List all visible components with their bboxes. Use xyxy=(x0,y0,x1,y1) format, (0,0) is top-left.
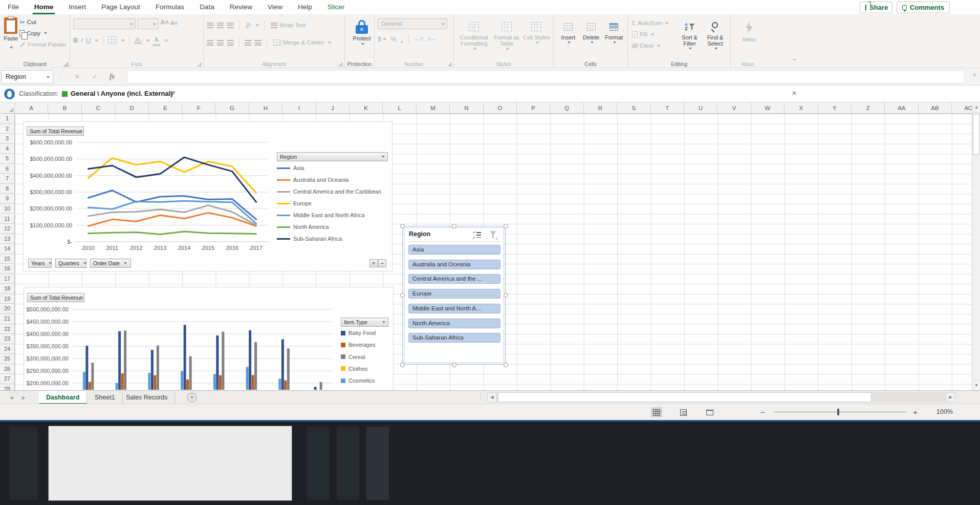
slicer-item-middle-east-and-north-a-[interactable]: Middle East and North A... xyxy=(408,304,500,313)
italic-button[interactable]: I xyxy=(81,36,83,44)
region-slicer[interactable]: Region ✓✓ ✕ AsiaAustralia and OceaniaCen… xyxy=(404,227,504,363)
borders-button[interactable] xyxy=(108,36,117,44)
slicer-resize-handle[interactable] xyxy=(400,363,405,367)
column-header-I[interactable]: I xyxy=(282,102,316,114)
column-header-U[interactable]: U xyxy=(684,102,717,114)
column-header-N[interactable]: N xyxy=(450,102,483,114)
column-header-D[interactable]: D xyxy=(115,102,148,114)
delete-cells-button[interactable]: Delete xyxy=(580,16,603,44)
column-header-K[interactable]: K xyxy=(350,102,383,114)
font-size-combo[interactable] xyxy=(137,18,159,29)
row-header-23[interactable]: 23 xyxy=(0,334,15,344)
vertical-scrollbar[interactable]: ▲ ▼ xyxy=(972,102,980,390)
row-header-12[interactable]: 12 xyxy=(0,224,15,234)
sort-filter-button[interactable]: AZ Sort & Filter xyxy=(677,16,702,51)
row-header-6[interactable]: 6 xyxy=(0,164,15,174)
row-header-14[interactable]: 14 xyxy=(0,244,15,254)
row-header-3[interactable]: 3 xyxy=(0,134,15,144)
orientation-button[interactable]: ab xyxy=(244,20,252,29)
find-select-button[interactable]: Find & Select xyxy=(702,16,728,51)
conditional-formatting-button[interactable]: Conditional Formatting xyxy=(457,16,491,50)
column-header-R[interactable]: R xyxy=(584,102,617,114)
protect-button[interactable]: < Protect xyxy=(348,16,376,45)
page-break-view-button[interactable] xyxy=(704,407,715,417)
column-header-V[interactable]: V xyxy=(717,102,751,114)
column-header-L[interactable]: L xyxy=(383,102,416,114)
row-header-18[interactable]: 18 xyxy=(0,284,15,294)
align-center-icon[interactable] xyxy=(217,40,224,46)
sheet-nav-right-icon[interactable]: ▶ xyxy=(19,394,28,401)
column-header-T[interactable]: T xyxy=(651,102,684,114)
start-button[interactable] xyxy=(9,427,38,500)
row-header-2[interactable]: 2 xyxy=(0,124,15,134)
ribbon-tab-file[interactable]: File xyxy=(0,0,27,14)
ribbon-tab-home[interactable]: Home xyxy=(27,0,61,14)
wrap-text-button[interactable]: Wrap Text xyxy=(270,19,307,31)
hscroll-left-button[interactable]: ◀ xyxy=(487,392,497,402)
slicer-resize-handle[interactable] xyxy=(504,363,508,367)
zoom-in-button[interactable]: + xyxy=(913,408,918,416)
ribbon-tab-page-layout[interactable]: Page Layout xyxy=(94,0,148,14)
align-right-icon[interactable] xyxy=(227,40,234,46)
row-header-8[interactable]: 8 xyxy=(0,184,15,194)
align-top-icon[interactable] xyxy=(207,23,213,28)
row-header-10[interactable]: 10 xyxy=(0,204,15,214)
ribbon-tab-formulas[interactable]: Formulas xyxy=(148,0,192,14)
row-header-24[interactable]: 24 xyxy=(0,344,15,354)
taskbar-app-icon[interactable] xyxy=(337,427,359,500)
slicer-resize-handle[interactable] xyxy=(400,293,405,298)
row-header-19[interactable]: 19 xyxy=(0,294,15,304)
column-header-X[interactable]: X xyxy=(785,102,818,114)
column-header-A[interactable]: A xyxy=(15,102,48,114)
horizontal-scrollbar[interactable] xyxy=(497,392,946,402)
slicer-item-europe[interactable]: Europe xyxy=(408,289,500,299)
fill-button[interactable]: ↓Fill xyxy=(631,29,677,40)
column-header-O[interactable]: O xyxy=(484,102,517,114)
scroll-down-button[interactable]: ▼ xyxy=(972,380,980,390)
vertical-scroll-thumb[interactable] xyxy=(973,114,979,155)
ribbon-tab-slicer[interactable]: Slicer xyxy=(320,0,353,14)
decrease-indent-icon[interactable] xyxy=(245,40,251,46)
normal-view-button[interactable] xyxy=(651,407,662,417)
currency-button[interactable]: $ xyxy=(378,35,381,43)
slicer-item-asia[interactable]: Asia xyxy=(408,245,500,255)
slicer-item-sub-saharan-africa[interactable]: Sub-Saharan Africa xyxy=(408,333,500,343)
row-header-26[interactable]: 26 xyxy=(0,364,15,374)
row-header-20[interactable]: 20 xyxy=(0,304,15,314)
column-header-J[interactable]: J xyxy=(316,102,350,114)
pivot-bar-chart[interactable]: Sum of Total Revenue Item Type Baby Food… xyxy=(24,287,394,390)
slicer-item-australia-and-oceania[interactable]: Australia and Oceania xyxy=(408,260,500,269)
copy-button[interactable]: Copy xyxy=(18,28,68,39)
align-bottom-icon[interactable] xyxy=(227,23,234,28)
cancel-formula-button[interactable]: ✕ xyxy=(71,70,84,83)
slicer-resize-handle[interactable] xyxy=(400,224,405,228)
column-header-C[interactable]: C xyxy=(82,102,115,114)
insert-cells-button[interactable]: Insert xyxy=(557,16,580,44)
column-header-F[interactable]: F xyxy=(182,102,215,114)
slicer-item-central-america-and-the-[interactable]: Central America and the ... xyxy=(408,274,500,284)
column-header-M[interactable]: M xyxy=(417,102,450,114)
format-cells-button[interactable]: Format xyxy=(602,16,625,44)
formula-input[interactable] xyxy=(127,70,965,83)
column-header-AB[interactable]: AB xyxy=(919,102,952,114)
ribbon-tab-view[interactable]: View xyxy=(260,0,290,14)
ribbon-tab-data[interactable]: Data xyxy=(192,0,222,14)
taskbar-search-box[interactable] xyxy=(48,426,292,501)
name-box[interactable]: Region xyxy=(1,70,53,83)
column-header-W[interactable]: W xyxy=(751,102,785,114)
zoom-slider-thumb[interactable] xyxy=(837,409,839,415)
classification-close-icon[interactable]: ✕ xyxy=(792,90,797,97)
row-header-27[interactable]: 27 xyxy=(0,374,15,384)
expand-formula-bar-button[interactable]: ˅ xyxy=(973,72,976,78)
slicer-multiselect-icon[interactable]: ✓✓ xyxy=(472,232,481,238)
enter-formula-button[interactable]: ✓ xyxy=(88,70,101,83)
ribbon-tab-review[interactable]: Review xyxy=(222,0,260,14)
comma-style-button[interactable]: , xyxy=(401,35,403,44)
align-middle-icon[interactable] xyxy=(217,23,224,28)
font-name-combo[interactable] xyxy=(73,18,136,29)
slicer-clear-filter-icon[interactable]: ✕ xyxy=(490,231,496,240)
slicer-resize-handle[interactable] xyxy=(452,224,456,228)
row-header-11[interactable]: 11 xyxy=(0,214,15,224)
font-dialog-launcher[interactable] xyxy=(197,62,202,67)
column-header-Q[interactable]: Q xyxy=(550,102,583,114)
